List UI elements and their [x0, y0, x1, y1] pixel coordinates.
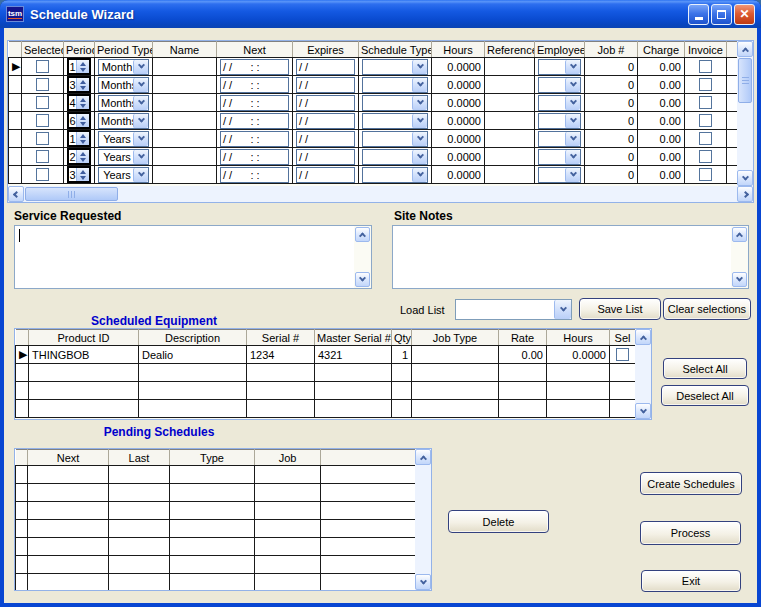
name-cell[interactable] — [153, 58, 217, 76]
reference-cell[interactable] — [485, 76, 535, 94]
charge-cell[interactable]: 0.00 — [638, 148, 685, 166]
date-field[interactable]: / / — [296, 131, 355, 147]
description-cell[interactable] — [139, 382, 247, 400]
dropdown[interactable]: Months — [98, 113, 149, 129]
chevron-down-icon[interactable] — [412, 150, 427, 164]
description-cell[interactable]: Dealio — [139, 346, 247, 364]
hours-cell[interactable] — [547, 382, 610, 400]
rate-cell[interactable] — [499, 364, 547, 382]
chevron-down-icon[interactable] — [565, 114, 580, 128]
hours-cell[interactable]: 0.0000 — [432, 112, 485, 130]
invoice-cell[interactable] — [685, 148, 727, 166]
selected-cell[interactable] — [22, 94, 64, 112]
selected-cell[interactable] — [22, 148, 64, 166]
rate-cell[interactable] — [499, 400, 547, 418]
chevron-down-icon[interactable] — [412, 132, 427, 146]
extra-cell[interactable] — [321, 574, 416, 591]
chevron-down-icon[interactable] — [133, 150, 148, 164]
sel-cell[interactable] — [610, 346, 636, 364]
period-cell[interactable]: 3 — [64, 166, 95, 184]
job-cell[interactable] — [255, 484, 321, 502]
dropdown[interactable] — [362, 113, 428, 129]
dropdown[interactable] — [362, 77, 428, 93]
scroll-up-icon[interactable] — [737, 41, 753, 57]
exit-button[interactable]: Exit — [641, 570, 741, 592]
next-cell[interactable]: / / : : — [217, 58, 293, 76]
hours-cell[interactable] — [547, 364, 610, 382]
job-type-cell[interactable] — [412, 382, 499, 400]
invoice-cell[interactable] — [685, 130, 727, 148]
partial-cell[interactable] — [727, 58, 738, 76]
period-spinner[interactable]: 6 — [67, 112, 91, 129]
job-number-cell[interactable]: 0 — [585, 130, 638, 148]
product-id-cell[interactable] — [29, 400, 139, 418]
chevron-down-icon[interactable] — [133, 60, 148, 74]
deselect-all-button[interactable]: Deselect All — [661, 385, 749, 406]
dropdown[interactable] — [362, 149, 428, 165]
type-cell[interactable] — [170, 466, 255, 484]
extra-cell[interactable] — [321, 484, 416, 502]
last-cell[interactable] — [109, 502, 170, 520]
schedule-type-cell[interactable] — [359, 58, 432, 76]
selected-cell[interactable] — [22, 76, 64, 94]
job-number-cell[interactable]: 0 — [585, 58, 638, 76]
date-field[interactable]: / / — [296, 59, 355, 75]
hours-cell[interactable]: 0.0000 — [432, 166, 485, 184]
spinner-arrows[interactable] — [76, 96, 89, 109]
job-number-cell[interactable]: 0 — [585, 94, 638, 112]
select-all-button[interactable]: Select All — [663, 358, 747, 379]
product-id-cell[interactable] — [29, 364, 139, 382]
chevron-down-icon[interactable] — [554, 300, 571, 319]
checkbox[interactable] — [36, 78, 49, 91]
checkbox[interactable] — [36, 114, 49, 127]
dropdown[interactable] — [362, 167, 428, 183]
job-cell[interactable] — [255, 520, 321, 538]
employee-cell[interactable] — [535, 166, 585, 184]
expires-cell[interactable]: / / — [293, 112, 359, 130]
name-cell[interactable] — [153, 76, 217, 94]
load-list-dropdown[interactable] — [455, 299, 572, 320]
save-list-button[interactable]: Save List — [579, 298, 661, 320]
extra-cell[interactable] — [321, 556, 416, 574]
chevron-down-icon[interactable] — [565, 96, 580, 110]
schedule-type-cell[interactable] — [359, 94, 432, 112]
period-spinner[interactable]: 3 — [67, 76, 91, 93]
expires-cell[interactable]: / / — [293, 76, 359, 94]
scroll-down-icon[interactable] — [415, 574, 431, 590]
scroll-left-icon[interactable] — [8, 186, 24, 202]
chevron-down-icon[interactable] — [565, 60, 580, 74]
period-cell[interactable]: 3 — [64, 76, 95, 94]
date-field[interactable]: / / : : — [220, 95, 289, 111]
dropdown[interactable]: Months — [98, 77, 149, 93]
period-spinner[interactable]: 4 — [67, 94, 91, 111]
dropdown[interactable] — [362, 59, 428, 75]
period-spinner[interactable]: 1 — [67, 58, 91, 75]
next-cell[interactable]: / / : : — [217, 166, 293, 184]
reference-cell[interactable] — [485, 112, 535, 130]
job-cell[interactable] — [255, 556, 321, 574]
dropdown[interactable]: Months — [98, 95, 149, 111]
period-type-cell[interactable]: Month — [95, 58, 153, 76]
next-cell[interactable] — [28, 484, 109, 502]
schedule-type-cell[interactable] — [359, 148, 432, 166]
charge-cell[interactable]: 0.00 — [638, 94, 685, 112]
master-serial-cell[interactable]: 4321 — [315, 346, 392, 364]
schedule-type-cell[interactable] — [359, 166, 432, 184]
invoice-cell[interactable] — [685, 94, 727, 112]
scroll-up-icon[interactable] — [732, 227, 747, 242]
scroll-down-icon[interactable] — [737, 170, 753, 186]
employee-cell[interactable] — [535, 112, 585, 130]
type-cell[interactable] — [170, 520, 255, 538]
service-requested-textarea[interactable] — [14, 225, 372, 289]
period-cell[interactable]: 2 — [64, 148, 95, 166]
checkbox[interactable] — [699, 150, 712, 163]
date-field[interactable]: / / — [296, 149, 355, 165]
date-field[interactable]: / / : : — [220, 131, 289, 147]
charge-cell[interactable]: 0.00 — [638, 58, 685, 76]
charge-cell[interactable]: 0.00 — [638, 166, 685, 184]
checkbox[interactable] — [699, 168, 712, 181]
next-cell[interactable] — [28, 520, 109, 538]
job-number-cell[interactable]: 0 — [585, 148, 638, 166]
checkbox[interactable] — [699, 114, 712, 127]
date-field[interactable]: / / — [296, 167, 355, 183]
